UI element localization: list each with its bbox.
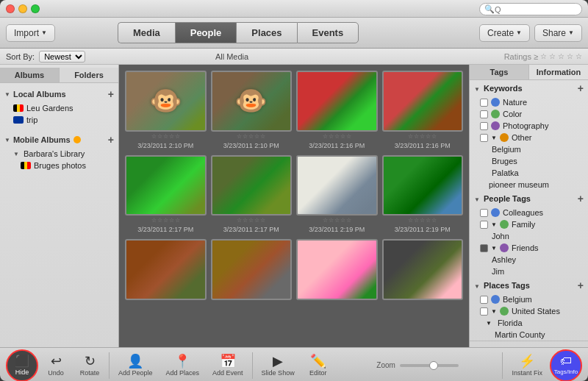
people-tag-friends[interactable]: ▼ Friends <box>470 242 588 254</box>
sidebar-item-leu-gardens[interactable]: Leu Gardens <box>0 102 118 114</box>
sidebar-tab-albums[interactable]: Albums <box>0 68 60 82</box>
friends-checkbox[interactable] <box>480 244 488 252</box>
editor-tool[interactable]: ✏️ Editor <box>302 352 334 380</box>
list-item[interactable] <box>211 239 293 302</box>
panel-tab-tags[interactable]: Tags <box>470 65 529 79</box>
people-tag-colleagues[interactable]: Colleagues <box>470 207 588 218</box>
add-people-tool[interactable]: 👤 Add People <box>112 352 159 380</box>
tab-people[interactable]: People <box>175 22 237 43</box>
search-input[interactable] <box>495 5 576 14</box>
add-places-tool[interactable]: 📍 Add Places <box>160 352 206 380</box>
keywords-add-icon[interactable]: + <box>578 82 584 94</box>
photo-thumb[interactable]: 🐵 <box>211 71 293 132</box>
slide-show-tool[interactable]: ▶ Slide Show <box>256 352 301 380</box>
share-button[interactable]: Share ▼ <box>534 24 582 42</box>
keyword-photography[interactable]: Photography <box>470 120 588 132</box>
keywords-header[interactable]: ▼ Keywords + <box>470 80 588 96</box>
sidebar-item-trip[interactable]: trip <box>0 114 118 126</box>
photo-thumb[interactable]: 🐵 <box>125 71 207 132</box>
list-item[interactable]: ☆☆☆☆☆ 3/23/2011 2:17 PM <box>125 155 207 235</box>
star-2[interactable]: ☆ <box>549 52 556 60</box>
list-item[interactable]: 🐵 ☆☆☆☆☆ 3/23/2011 2:10 PM <box>211 71 293 151</box>
colleagues-tag-icon <box>491 208 500 217</box>
photo-thumb[interactable] <box>296 71 378 132</box>
places-tag-united-states[interactable]: ▼ United States <box>470 305 588 317</box>
photo-thumb[interactable] <box>125 239 207 300</box>
people-tag-john[interactable]: John <box>470 230 588 242</box>
keyword-belgium[interactable]: Belgium <box>470 143 588 155</box>
photo-thumb[interactable] <box>211 155 293 216</box>
star-4[interactable]: ☆ <box>567 52 573 60</box>
keyword-palatka[interactable]: Palatka <box>470 167 588 179</box>
sidebar-item-barbaras-library[interactable]: ▼ Barbara's Library <box>0 148 118 160</box>
maximize-button[interactable] <box>31 4 40 13</box>
tags-info-tool[interactable]: 🏷 Tags/Info <box>550 349 582 382</box>
close-button[interactable] <box>6 4 15 13</box>
photo-thumb[interactable] <box>211 239 293 300</box>
places-tag-belgium[interactable]: Belgium <box>470 293 588 305</box>
sort-select[interactable]: Newest Oldest <box>39 51 85 63</box>
star-5[interactable]: ☆ <box>576 52 582 60</box>
mobile-albums-add-icon[interactable]: + <box>108 134 114 146</box>
photo-thumb[interactable] <box>382 155 464 216</box>
places-tags-add-icon[interactable]: + <box>578 279 584 291</box>
people-tag-family[interactable]: ▼ Family <box>470 218 588 230</box>
photo-thumb[interactable] <box>382 239 464 300</box>
search-bar[interactable]: 🔍 <box>479 3 582 15</box>
colleagues-checkbox[interactable] <box>480 209 488 217</box>
photo-thumb[interactable] <box>382 71 464 132</box>
keyword-pioneer-museum[interactable]: pioneer museum <box>470 179 588 190</box>
star-1[interactable]: ☆ <box>540 52 547 60</box>
places-tag-florida[interactable]: ▼ Florida <box>470 317 588 329</box>
local-albums-add-icon[interactable]: + <box>108 88 114 100</box>
places-belgium-checkbox[interactable] <box>480 296 488 304</box>
list-item[interactable]: ☆☆☆☆☆ 3/23/2011 2:19 PM <box>296 155 378 235</box>
panel-tab-information[interactable]: Information <box>529 65 588 79</box>
tab-media[interactable]: Media <box>118 22 175 43</box>
nature-checkbox[interactable] <box>480 99 488 107</box>
mobile-albums-header[interactable]: ▼ Mobile Albums + <box>0 132 118 148</box>
tab-places[interactable]: Places <box>236 22 296 43</box>
instant-fix-tool[interactable]: ⚡ Instant Fix <box>506 352 548 380</box>
zoom-thumb[interactable] <box>429 361 438 370</box>
keyword-color[interactable]: Color <box>470 108 588 120</box>
list-item[interactable] <box>382 239 464 302</box>
star-3[interactable]: ☆ <box>558 52 564 60</box>
add-event-tool[interactable]: 📅 Add Event <box>207 352 249 380</box>
color-checkbox[interactable] <box>480 110 488 118</box>
people-tag-jim[interactable]: Jim <box>470 266 588 277</box>
places-tag-martin-county[interactable]: Martin County <box>470 329 588 341</box>
list-item[interactable]: ☆☆☆☆☆ 3/23/2011 2:19 PM <box>382 155 464 235</box>
family-checkbox[interactable] <box>480 221 488 229</box>
keyword-other[interactable]: ▼ Other <box>470 132 588 143</box>
tab-events[interactable]: Events <box>297 22 359 43</box>
rotate-tool[interactable]: ↻ Rotate <box>74 352 106 380</box>
hide-tool[interactable]: ⬛ Hide <box>6 349 38 382</box>
undo-tool[interactable]: ↩ Undo <box>40 352 72 380</box>
zoom-slider[interactable] <box>400 364 459 367</box>
list-item[interactable]: 🐵 ☆☆☆☆☆ 3/23/2011 2:10 PM <box>125 71 207 151</box>
photo-thumb[interactable] <box>296 155 378 216</box>
people-tag-ashley[interactable]: Ashley <box>470 254 588 266</box>
sidebar-tab-folders[interactable]: Folders <box>60 68 118 82</box>
photo-thumb[interactable] <box>296 239 378 300</box>
keyword-bruges[interactable]: Bruges <box>470 155 588 167</box>
us-checkbox[interactable] <box>480 307 488 316</box>
list-item[interactable] <box>125 239 207 302</box>
other-checkbox[interactable] <box>480 134 488 142</box>
people-tags-add-icon[interactable]: + <box>578 193 584 204</box>
people-tags-header[interactable]: ▼ People Tags + <box>470 190 588 207</box>
photo-thumb[interactable] <box>125 155 207 216</box>
keyword-nature[interactable]: Nature <box>470 96 588 108</box>
photography-checkbox[interactable] <box>480 122 488 130</box>
list-item[interactable]: ☆☆☆☆☆ 3/23/2011 2:17 PM <box>211 155 293 235</box>
places-tags-header[interactable]: ▼ Places Tags + <box>470 277 588 293</box>
import-button[interactable]: Import ▼ <box>6 24 55 42</box>
list-item[interactable]: ☆☆☆☆☆ 3/23/2011 2:16 PM <box>296 71 378 151</box>
list-item[interactable] <box>296 239 378 302</box>
sidebar-item-bruges-photos[interactable]: Bruges photos <box>0 160 118 171</box>
list-item[interactable]: ☆☆☆☆☆ 3/23/2011 2:16 PM <box>382 71 464 151</box>
create-button[interactable]: Create ▼ <box>479 24 530 42</box>
local-albums-header[interactable]: ▼ Local Albums + <box>0 86 118 102</box>
minimize-button[interactable] <box>18 4 27 13</box>
